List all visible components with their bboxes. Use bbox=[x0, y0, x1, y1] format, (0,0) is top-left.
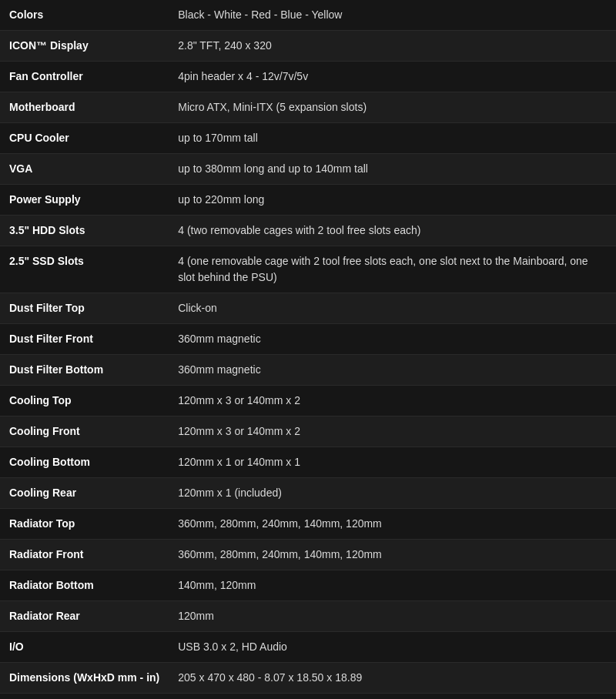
spec-value: 4 (one removable cage with 2 tool free s… bbox=[169, 246, 616, 293]
table-row: Dust Filter Bottom360mm magnetic bbox=[0, 355, 616, 386]
table-row: Dust Filter Front360mm magnetic bbox=[0, 324, 616, 355]
table-row: Cooling Top120mm x 3 or 140mm x 2 bbox=[0, 386, 616, 416]
spec-label: ICON™ Display bbox=[0, 31, 169, 62]
spec-value: 360mm magnetic bbox=[169, 324, 616, 355]
spec-value: 120mm x 3 or 140mm x 2 bbox=[169, 386, 616, 416]
table-row: ICON™ Display2.8" TFT, 240 x 320 bbox=[0, 31, 616, 62]
spec-label: CPU Cooler bbox=[0, 123, 169, 154]
table-row: Dimensions (WxHxD mm - in)205 x 470 x 48… bbox=[0, 663, 616, 694]
spec-value: 360mm, 280mm, 240mm, 140mm, 120mm bbox=[169, 540, 616, 570]
table-row: Radiator Front360mm, 280mm, 240mm, 140mm… bbox=[0, 540, 616, 570]
spec-label: Radiator Top bbox=[0, 509, 169, 540]
spec-label: Radiator Front bbox=[0, 540, 169, 570]
spec-label: Motherboard bbox=[0, 92, 169, 123]
table-row: Power Supplyup to 220mm long bbox=[0, 185, 616, 216]
spec-value: 205 x 470 x 480 - 8.07 x 18.50 x 18.89 bbox=[169, 663, 616, 694]
spec-label: Cooling Bottom bbox=[0, 447, 169, 478]
spec-label: I/O bbox=[0, 632, 169, 663]
spec-label: Cooling Front bbox=[0, 416, 169, 447]
spec-label: Dust Filter Top bbox=[0, 293, 169, 324]
spec-label: Radiator Rear bbox=[0, 601, 169, 632]
spec-value: Black - White - Red - Blue - Yellow bbox=[169, 0, 616, 31]
table-row: Radiator Rear120mm bbox=[0, 601, 616, 632]
spec-label: Power Supply bbox=[0, 185, 169, 216]
table-row: Dust Filter TopClick-on bbox=[0, 293, 616, 324]
spec-value: up to 220mm long bbox=[169, 185, 616, 216]
table-row: VGAup to 380mm long and up to 140mm tall bbox=[0, 154, 616, 185]
spec-value: USB 3.0 x 2, HD Audio bbox=[169, 632, 616, 663]
table-row: Cooling Front120mm x 3 or 140mm x 2 bbox=[0, 416, 616, 447]
table-row: ColorsBlack - White - Red - Blue - Yello… bbox=[0, 0, 616, 31]
spec-value: 360mm magnetic bbox=[169, 355, 616, 386]
spec-value: 120mm x 3 or 140mm x 2 bbox=[169, 416, 616, 447]
table-row: Radiator Bottom140mm, 120mm bbox=[0, 570, 616, 601]
spec-value: up to 170mm tall bbox=[169, 123, 616, 154]
spec-label: 3.5" HDD Slots bbox=[0, 216, 169, 246]
spec-value: 4pin header x 4 - 12v/7v/5v bbox=[169, 62, 616, 92]
spec-value: 4 (two removable cages with 2 tool free … bbox=[169, 216, 616, 246]
table-row: MaterialsSteel, Plastic bbox=[0, 694, 616, 700]
spec-value: 120mm x 1 (included) bbox=[169, 478, 616, 509]
spec-value: Micro ATX, Mini-ITX (5 expansion slots) bbox=[169, 92, 616, 123]
spec-value: up to 380mm long and up to 140mm tall bbox=[169, 154, 616, 185]
spec-value: Click-on bbox=[169, 293, 616, 324]
spec-label: Cooling Top bbox=[0, 386, 169, 416]
spec-label: Cooling Rear bbox=[0, 478, 169, 509]
spec-label: Dimensions (WxHxD mm - in) bbox=[0, 663, 169, 694]
spec-value: 2.8" TFT, 240 x 320 bbox=[169, 31, 616, 62]
spec-label: Dust Filter Front bbox=[0, 324, 169, 355]
table-row: Cooling Bottom120mm x 1 or 140mm x 1 bbox=[0, 447, 616, 478]
specs-table: ColorsBlack - White - Red - Blue - Yello… bbox=[0, 0, 616, 699]
table-row: 2.5" SSD Slots4 (one removable cage with… bbox=[0, 246, 616, 293]
spec-value: 120mm bbox=[169, 601, 616, 632]
spec-label: Radiator Bottom bbox=[0, 570, 169, 601]
spec-value: 120mm x 1 or 140mm x 1 bbox=[169, 447, 616, 478]
spec-value: 360mm, 280mm, 240mm, 140mm, 120mm bbox=[169, 509, 616, 540]
spec-value: 140mm, 120mm bbox=[169, 570, 616, 601]
table-row: CPU Coolerup to 170mm tall bbox=[0, 123, 616, 154]
spec-label: VGA bbox=[0, 154, 169, 185]
spec-label: Colors bbox=[0, 0, 169, 31]
table-row: 3.5" HDD Slots4 (two removable cages wit… bbox=[0, 216, 616, 246]
table-row: Cooling Rear120mm x 1 (included) bbox=[0, 478, 616, 509]
table-row: MotherboardMicro ATX, Mini-ITX (5 expans… bbox=[0, 92, 616, 123]
spec-label: Dust Filter Bottom bbox=[0, 355, 169, 386]
table-row: Radiator Top360mm, 280mm, 240mm, 140mm, … bbox=[0, 509, 616, 540]
spec-label: 2.5" SSD Slots bbox=[0, 246, 169, 293]
table-row: Fan Controller4pin header x 4 - 12v/7v/5… bbox=[0, 62, 616, 92]
spec-value: Steel, Plastic bbox=[169, 694, 616, 700]
table-row: I/OUSB 3.0 x 2, HD Audio bbox=[0, 632, 616, 663]
spec-label: Fan Controller bbox=[0, 62, 169, 92]
spec-label: Materials bbox=[0, 694, 169, 700]
